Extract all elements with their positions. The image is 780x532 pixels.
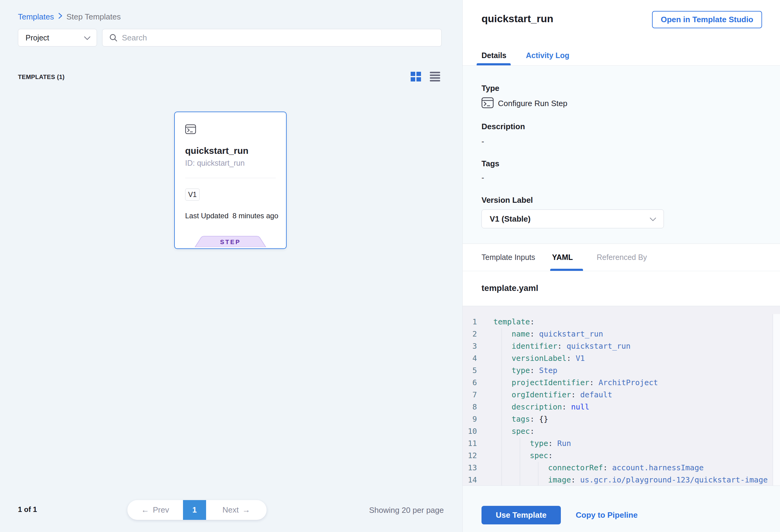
line-number: 4 [462,352,477,365]
breadcrumb-current: Step Templates [66,12,121,21]
panel-title: quickstart_run [482,13,553,25]
line-number: 3 [462,340,477,352]
terminal-icon [185,124,196,135]
tab-referenced-by[interactable]: Referenced By [597,253,647,262]
code-line: 12spec: [462,450,780,462]
yaml-filename: template.yaml [482,283,538,293]
code-line: 8description: null [462,401,780,413]
code-line: 11type: Run [462,437,780,450]
code-line: 7orgIdentifier: default [462,389,780,401]
list-view-button[interactable] [430,72,440,82]
code-line: 2name: quickstart_run [462,328,780,340]
chevron-down-icon [84,36,91,40]
tab-yaml[interactable]: YAML [552,253,573,262]
line-number: 1 [462,316,477,328]
step-type-ribbon: STEP [195,236,266,248]
scope-select-value: Project [26,34,49,42]
yaml-header: template.yaml [462,271,780,306]
indent-guide [538,462,538,485]
line-number: 14 [462,474,477,485]
panel-footer: Use Template Copy to Pipeline [462,485,780,532]
prev-label: Prev [153,505,169,515]
line-number: 11 [462,437,477,450]
copy-to-pipeline-link[interactable]: Copy to Pipeline [576,506,638,524]
description-value: - [482,137,484,146]
tags-value: - [482,173,484,182]
line-number: 10 [462,425,477,437]
page-1-button[interactable]: 1 [183,500,206,520]
pagination-range: 1 of 1 [18,505,37,514]
line-number: 9 [462,413,477,425]
tab-details[interactable]: Details [482,51,506,60]
code-line: 1template: [462,316,780,328]
templates-count-label: TEMPLATES (1) [18,74,65,81]
search-icon [109,34,118,42]
code-line: 9tags: {} [462,413,780,425]
arrow-right-icon: → [242,505,250,515]
step-ribbon-label: STEP [220,239,241,245]
line-number: 7 [462,389,477,401]
version-badge: V1 [185,189,200,201]
content-subtabs: Template Inputs YAML Referenced By [462,244,780,271]
breadcrumb: Templates Step Templates [18,12,121,21]
indent-guide [501,328,502,485]
terminal-icon [482,97,494,109]
search-input[interactable] [122,33,437,43]
last-updated-row: Last Updated 8 minutes ago [185,211,279,220]
tab-template-inputs[interactable]: Template Inputs [482,253,535,262]
editor-scrollbar-gutter[interactable] [773,314,780,485]
line-number: 5 [462,365,477,377]
code-line: 4versionLabel: V1 [462,352,780,365]
line-number: 12 [462,450,477,462]
tab-activity-log[interactable]: Activity Log [526,51,569,60]
active-subtab-underline [550,269,583,271]
grid-view-icon [411,72,421,82]
templates-list-panel: Templates Step Templates Project TEMPLAT… [0,0,462,532]
version-label: Version Label [482,195,533,205]
code-line: 14image: us.gcr.io/playground-123/quicks… [462,474,780,485]
active-tab-underline [477,63,511,65]
version-select[interactable]: V1 (Stable) [482,209,664,228]
template-card-title: quickstart_run [185,146,248,156]
chevron-down-icon [649,217,656,221]
scope-select[interactable]: Project [18,29,97,47]
per-page-label: Showing 20 per page [356,505,444,515]
next-label: Next [223,505,239,515]
code-line: 3identifier: quickstart_run [462,340,780,352]
yaml-code-lines: 1template:2name: quickstart_run3identifi… [462,316,780,485]
search-box [102,29,442,47]
last-updated-label: Last Updated [185,211,229,220]
list-view-icon [430,72,440,82]
version-select-value: V1 (Stable) [490,210,530,228]
pagination: ← Prev 1 Next → [127,500,266,520]
line-number: 13 [462,462,477,474]
template-card[interactable]: quickstart_run ID: quickstart_run V1 Las… [174,111,287,249]
line-number: 8 [462,401,477,413]
tags-label: Tags [482,159,499,168]
line-number: 6 [462,377,477,389]
type-label: Type [482,84,499,93]
card-divider [185,178,276,178]
use-template-button[interactable]: Use Template [482,506,561,524]
details-tabs: Details Activity Log [462,43,780,66]
next-page-button[interactable]: Next → [206,500,266,520]
arrow-left-icon: ← [141,505,149,515]
code-line: 13connectorRef: account.harnessImage [462,462,780,474]
line-number: 2 [462,328,477,340]
code-line: 10spec: [462,425,780,437]
prev-page-button[interactable]: ← Prev [127,500,183,520]
indent-guide [520,437,520,485]
last-updated-value: 8 minutes ago [233,211,279,220]
templates-page: Templates Step Templates Project TEMPLAT… [0,0,780,532]
code-line: 6projectIdentifier: ArchitProject [462,377,780,389]
open-in-template-studio-button[interactable]: Open in Template Studio [652,11,762,28]
yaml-editor[interactable]: 1template:2name: quickstart_run3identifi… [462,306,780,485]
type-value: Configure Run Step [498,99,567,108]
template-card-id: ID: quickstart_run [185,159,245,167]
breadcrumb-templates-link[interactable]: Templates [18,12,54,21]
grid-view-button[interactable] [411,72,421,82]
code-line: 5type: Step [462,365,780,377]
details-section: Type Configure Run Step Description - Ta… [462,66,780,244]
description-label: Description [482,122,525,131]
template-details-panel: quickstart_run Open in Template Studio D… [462,0,780,532]
